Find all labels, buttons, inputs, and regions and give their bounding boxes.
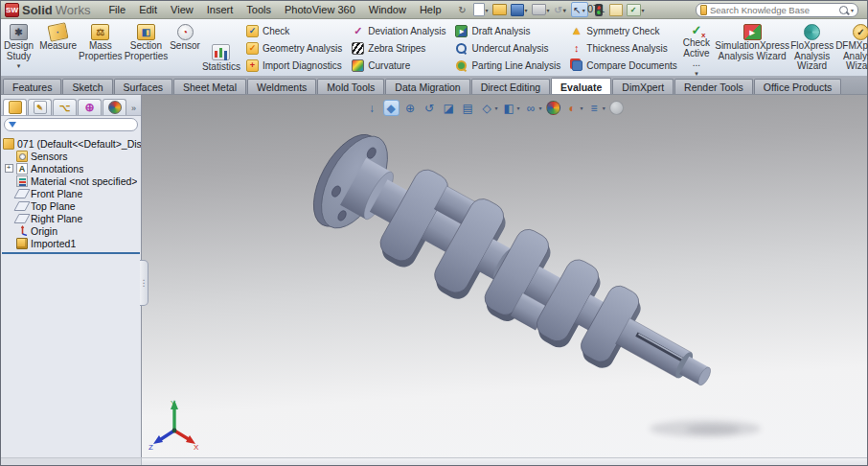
tab-features[interactable]: Features — [3, 79, 61, 94]
chevron-down-icon[interactable]: ▾ — [851, 7, 854, 13]
view-settings-icon[interactable]: ≡ — [586, 100, 603, 116]
apply-scene-icon[interactable]: ◐ — [564, 100, 581, 116]
plane-icon — [13, 214, 30, 223]
compare-documents-button[interactable]: Compare Documents — [570, 58, 676, 73]
chevron-down-icon[interactable]: ▾ — [603, 105, 605, 111]
statistics-button[interactable]: Statistics — [201, 20, 241, 76]
tab-dimxpert[interactable]: DimXpert — [612, 79, 674, 94]
chevron-down-icon: ▾ — [642, 7, 645, 13]
menu-tools[interactable]: Tools — [240, 3, 278, 16]
tab-sheet-metal[interactable]: Sheet Metal — [173, 79, 246, 94]
display-pane-icon[interactable]: ▤ — [460, 100, 476, 116]
knowledge-base-search[interactable]: ▾ — [696, 3, 858, 17]
design-study-button[interactable]: ✱ Design Study ▾ — [3, 20, 34, 76]
geometry-analysis-button[interactable]: ✓ Geometry Analysis — [246, 41, 342, 56]
display-style-icon[interactable]: ◧ — [501, 100, 517, 116]
open-button[interactable] — [492, 3, 507, 16]
options-button[interactable]: ✓▾ — [627, 3, 645, 16]
tab-evaluate[interactable]: Evaluate — [551, 78, 611, 94]
menu-view[interactable]: View — [164, 3, 200, 16]
print-button[interactable]: ▾ — [532, 3, 550, 16]
sensor-button[interactable]: ◔ Sensor — [169, 20, 201, 76]
graphics-viewport[interactable]: ↓ ◆ ⊕ ↺ ◪ ▤ ◇▾ ◧▾ ∞▾ ◐▾ ≡▾ — [142, 95, 867, 457]
tree-filter-box[interactable] — [4, 118, 138, 131]
undercut-analysis-button[interactable]: Undercut Analysis — [455, 41, 560, 56]
symmetry-check-button[interactable]: ▲ Symmetry Check — [570, 24, 676, 38]
chevron-down-icon[interactable]: ▾ — [581, 105, 583, 111]
search-input[interactable] — [710, 5, 836, 15]
rollback-bar[interactable] — [2, 252, 140, 254]
chevron-down-icon[interactable]: ▾ — [495, 105, 498, 111]
chevron-down-icon[interactable]: ▾ — [517, 105, 520, 111]
tab-displaymanager[interactable] — [103, 99, 126, 115]
view-orientation-cube-icon[interactable]: ◆ — [383, 100, 400, 116]
check-active-label: Check Active ... — [683, 38, 710, 69]
check-button[interactable]: ✓ Check — [246, 24, 342, 38]
menu-file[interactable]: File — [102, 3, 132, 16]
menu-help[interactable]: Help — [413, 3, 448, 16]
hide-show-items-icon[interactable]: ∞ — [523, 100, 539, 116]
tab-data-migration[interactable]: Data Migration — [385, 79, 469, 94]
menu-photoview-360[interactable]: PhotoView 360 — [278, 3, 362, 16]
solidworks-search-icon[interactable]: ↻ — [456, 3, 469, 16]
previous-view-icon[interactable]: ↺ — [422, 100, 438, 116]
section-properties-button[interactable]: ◧ Section Properties — [124, 20, 170, 76]
simulationxpress-wizard-button[interactable]: ▸ SimulationXpress Analysis Wizard — [715, 20, 789, 76]
chevron-down-icon: ▾ — [486, 7, 489, 13]
chevron-down-icon[interactable]: ▾ — [539, 105, 542, 111]
mass-properties-button[interactable]: ⚖ Mass Properties — [78, 20, 124, 76]
save-button[interactable]: ▾ — [511, 3, 528, 16]
tab-mold-tools[interactable]: Mold Tools — [317, 79, 384, 94]
select-button[interactable]: ↖▾ — [571, 2, 588, 17]
tab-render-tools[interactable]: Render Tools — [674, 79, 753, 94]
dfmxpress-wizard-button[interactable]: ✓ DFMXpress Analysis Wizard — [834, 20, 868, 76]
new-document-button[interactable]: ▾ — [473, 3, 489, 16]
tab-surfaces[interactable]: Surfaces — [114, 79, 172, 94]
tree-item-right-plane[interactable]: Right Plane — [1, 212, 141, 224]
tab-configurationmanager[interactable]: ⌥ — [53, 99, 77, 115]
tree-item-front-plane[interactable]: Front Plane — [1, 187, 141, 199]
tab-sketch[interactable]: Sketch — [62, 79, 112, 94]
draft-analysis-button[interactable]: ▸ Draft Analysis — [455, 24, 560, 38]
import-diagnostics-button[interactable]: + Import Diagnostics — [246, 58, 342, 73]
crankshaft-geometry[interactable] — [300, 122, 733, 425]
menu-window[interactable]: Window — [362, 3, 413, 16]
tree-item-origin[interactable]: Origin — [1, 224, 141, 237]
tree-filter-input[interactable] — [19, 120, 133, 129]
tree-item-sensors[interactable]: Sensors — [1, 150, 141, 162]
deviation-analysis-button[interactable]: ✓ Deviation Analysis — [352, 24, 445, 38]
menu-insert[interactable]: Insert — [200, 3, 240, 16]
edit-appearance-icon[interactable] — [545, 100, 561, 116]
crankshaft-model[interactable] — [142, 95, 867, 457]
tab-office-products[interactable]: Office Products — [754, 79, 842, 94]
floxpress-wizard-button[interactable]: FloXpress Analysis Wizard — [789, 20, 834, 76]
parting-line-analysis-button[interactable]: Parting Line Analysis — [455, 58, 560, 73]
search-icon[interactable] — [839, 6, 848, 14]
tree-item-material[interactable]: Material <not specified> — [1, 175, 141, 187]
file-properties-button[interactable] — [609, 3, 623, 16]
measure-button[interactable]: · Measure — [38, 20, 78, 76]
section-view-icon[interactable]: ◪ — [441, 100, 457, 116]
check-active-button[interactable]: ✓ Check Active ... ▾ — [682, 20, 711, 76]
zoom-to-fit-icon[interactable]: ↓ — [364, 100, 380, 116]
tab-direct-editing[interactable]: Direct Editing — [471, 79, 550, 94]
tree-item-imported1[interactable]: Imported1 — [1, 237, 141, 249]
imported-body-icon — [16, 238, 28, 249]
curvature-button[interactable]: Curvature — [352, 58, 445, 73]
panel-splitter-handle[interactable]: ⋮ — [140, 260, 148, 306]
tree-item-top-plane[interactable]: Top Plane — [1, 199, 141, 212]
tree-item-annotations[interactable]: + A Annotations — [1, 162, 141, 175]
tree-root-part[interactable]: 071 (Default<<Default>_Display — [1, 137, 141, 150]
zebra-stripes-button[interactable]: Zebra Stripes — [352, 41, 445, 56]
view-orientation-icon[interactable]: ◇ — [479, 100, 495, 116]
tab-featuremanager[interactable] — [3, 99, 27, 115]
menu-edit[interactable]: Edit — [132, 3, 164, 16]
thickness-analysis-button[interactable]: ↕ Thickness Analysis — [570, 41, 676, 56]
undo-button[interactable]: ↺▾ — [554, 3, 567, 16]
tab-dimxpertmanager[interactable]: ⊕ — [78, 99, 102, 115]
zoom-to-area-icon[interactable]: ⊕ — [402, 100, 419, 116]
tab-propertymanager[interactable]: ✎ — [28, 99, 52, 115]
expand-icon[interactable]: + — [5, 164, 13, 173]
tab-weldments[interactable]: Weldments — [247, 79, 316, 94]
panel-overflow-chevron[interactable]: » — [131, 104, 139, 115]
